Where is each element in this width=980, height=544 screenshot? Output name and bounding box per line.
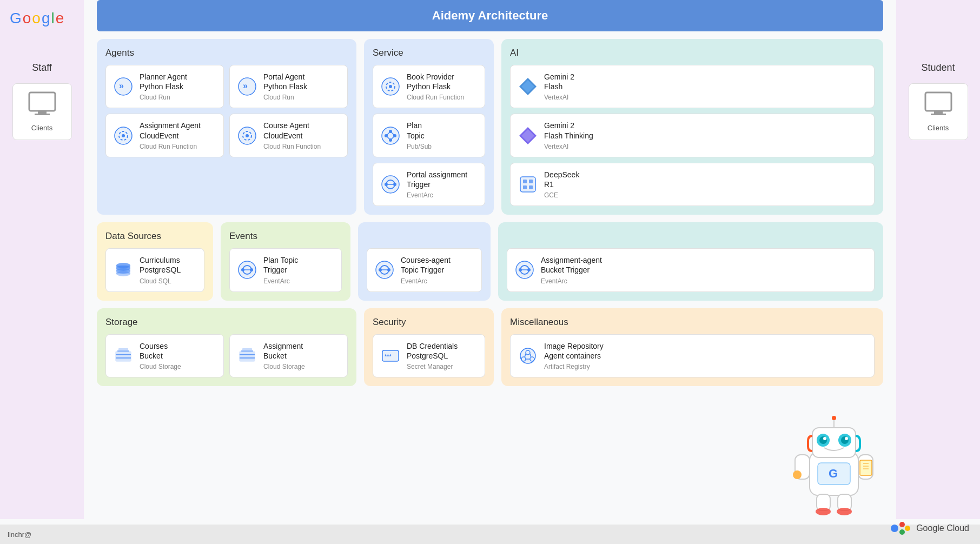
agents-grid: » Planner AgentPython Flask Cloud Run »: [105, 65, 348, 157]
svg-marker-36: [521, 129, 534, 142]
book-provider-icon: [381, 77, 400, 96]
monitor-icon: [28, 91, 56, 115]
svg-rect-69: [240, 351, 255, 361]
svg-point-89: [823, 437, 826, 440]
planner-agent-card: » Planner AgentPython Flask Cloud Run: [105, 65, 224, 108]
deepseek-sub: GCE: [544, 191, 579, 199]
ai-stack: Gemini 2Flash VertexAI Gemini 2Flash Thi…: [510, 65, 875, 206]
courses-bucket-card: CoursesBucket Cloud Storage: [105, 334, 224, 377]
sidebar-left: Staff Clients: [0, 0, 84, 519]
plan-topic-trigger-icon: [237, 260, 257, 280]
deepseek-name: DeepSeekR1: [544, 170, 579, 189]
svg-point-95: [793, 470, 802, 479]
db-credentials-icon: ***: [381, 346, 400, 366]
service-stack: Book ProviderPython Flask Cloud Run Func…: [373, 65, 485, 206]
courses-bucket-icon: [114, 346, 133, 366]
course-agent-name: Course AgentCloudEvent: [263, 121, 321, 140]
planner-agent-info: Planner AgentPython Flask Cloud Run: [140, 72, 187, 101]
svg-point-61: [519, 268, 522, 271]
google-logo: G o o g l e: [10, 10, 64, 27]
student-client-box: Clients: [909, 83, 968, 140]
service-section: Service Book ProviderPython Flask Cloud …: [364, 39, 494, 215]
svg-text:***: ***: [385, 353, 392, 360]
svg-point-106: [891, 525, 898, 532]
image-repo-sub: Artifact Registry: [544, 363, 604, 370]
google-g: G: [10, 10, 22, 27]
course-agent-icon: [237, 126, 257, 145]
portal-agent-name: Portal AgentPython Flask: [263, 72, 307, 91]
architecture-title: Aidemy Architecture: [97, 0, 883, 31]
deepseek-icon: [518, 175, 538, 194]
book-provider-name: Book ProviderPython Flask: [407, 72, 464, 91]
courses-trigger-card: Courses-agentTopic Trigger EventArc: [367, 248, 482, 291]
book-provider-card: Book ProviderPython Flask Cloud Run Func…: [373, 65, 485, 108]
svg-point-52: [250, 268, 253, 271]
planner-agent-sub: Cloud Run: [140, 94, 187, 101]
storage-label: Storage: [105, 317, 348, 328]
gemini-thinking-icon: [518, 126, 538, 145]
gemini-flash-card: Gemini 2Flash VertexAI: [510, 65, 875, 108]
staff-client-label: Clients: [31, 124, 53, 132]
events-section: Events Plan TopicTrigger EventArc: [221, 222, 350, 300]
status-user: linchr@: [8, 530, 31, 539]
assignment-bucket-trigger-name: Assignment-agentBucket Trigger: [541, 255, 602, 275]
deepseek-card: DeepSeekR1 GCE: [510, 163, 875, 206]
svg-point-12: [122, 134, 125, 137]
image-repo-card: Image RepositoryAgent containers Artifac…: [510, 334, 875, 377]
assignment-agent-info: Assignment AgentCloudEvent Cloud Run Fun…: [140, 121, 201, 150]
svg-rect-64: [116, 351, 131, 361]
student-title: Student: [921, 62, 955, 74]
plan-topic-name: PlanTopic: [407, 121, 432, 140]
misc-section: Miscellaneous Image RepositoryAgent cont…: [501, 308, 883, 386]
plan-topic-trigger-sub: EventArc: [263, 277, 298, 285]
db-credentials-sub: Secret Manager: [407, 363, 458, 370]
svg-point-98: [816, 508, 831, 515]
service-mid-section: Courses-agentTopic Trigger EventArc: [358, 222, 491, 300]
svg-text:G: G: [829, 467, 838, 480]
courses-trigger-sub: EventArc: [401, 277, 451, 285]
svg-rect-39: [529, 180, 533, 183]
assignment-agent-name: Assignment AgentCloudEvent: [140, 121, 201, 140]
planner-agent-name: Planner AgentPython Flask: [140, 72, 187, 91]
courses-trigger-icon: [375, 260, 394, 280]
svg-point-18: [389, 85, 392, 88]
svg-rect-0: [29, 92, 55, 111]
svg-rect-40: [523, 185, 527, 189]
plan-topic-card: PlanTopic Pub/Sub: [373, 114, 485, 157]
google-cloud-logo: Google Cloud: [890, 520, 969, 536]
svg-point-90: [845, 437, 848, 440]
image-repo-name: Image RepositoryAgent containers: [544, 341, 604, 361]
robot-illustration: G: [785, 409, 883, 517]
svg-point-31: [393, 183, 396, 186]
svg-point-56: [379, 268, 382, 271]
google-cloud-text: Google Cloud: [916, 523, 969, 533]
portal-trigger-card: Portal assignmentTrigger EventArc: [373, 163, 485, 206]
portal-agent-sub: Cloud Run: [263, 94, 307, 101]
assignment-bucket-name: AssignmentBucket: [263, 341, 305, 361]
assignment-bucket-trigger-card: Assignment-agentBucket Trigger EventArc: [507, 248, 875, 291]
course-agent-sub: Cloud Run Function: [263, 143, 321, 150]
svg-point-108: [905, 526, 910, 531]
svg-rect-41: [529, 185, 533, 189]
courses-bucket-name: CoursesBucket: [140, 341, 181, 361]
staff-client-box: Clients: [12, 83, 72, 140]
svg-rect-1: [38, 111, 47, 114]
portal-agent-icon: »: [237, 77, 257, 96]
plan-topic-sub: Pub/Sub: [407, 143, 432, 150]
gemini-flash-icon: [518, 77, 538, 96]
ai-section: AI Gemini 2Flash VertexAI: [501, 39, 883, 215]
svg-point-92: [832, 416, 836, 420]
plan-topic-trigger-name: Plan TopicTrigger: [263, 255, 298, 275]
row-2: Data Sources CurriculumsPostgreSQL: [97, 222, 883, 300]
svg-point-99: [837, 508, 852, 515]
plan-topic-icon: [381, 126, 400, 145]
image-repo-icon: [518, 346, 538, 366]
svg-rect-5: [931, 114, 946, 115]
courses-bucket-sub: Cloud Storage: [140, 363, 181, 370]
svg-point-30: [385, 183, 388, 186]
gemini-flash-name: Gemini 2Flash: [544, 72, 574, 91]
svg-point-109: [899, 529, 905, 535]
course-agent-card: Course AgentCloudEvent Cloud Run Functio…: [229, 114, 348, 157]
assignment-bucket-trigger-sub: EventArc: [541, 277, 602, 285]
curriculums-card: CurriculumsPostgreSQL Cloud SQL: [105, 248, 204, 291]
